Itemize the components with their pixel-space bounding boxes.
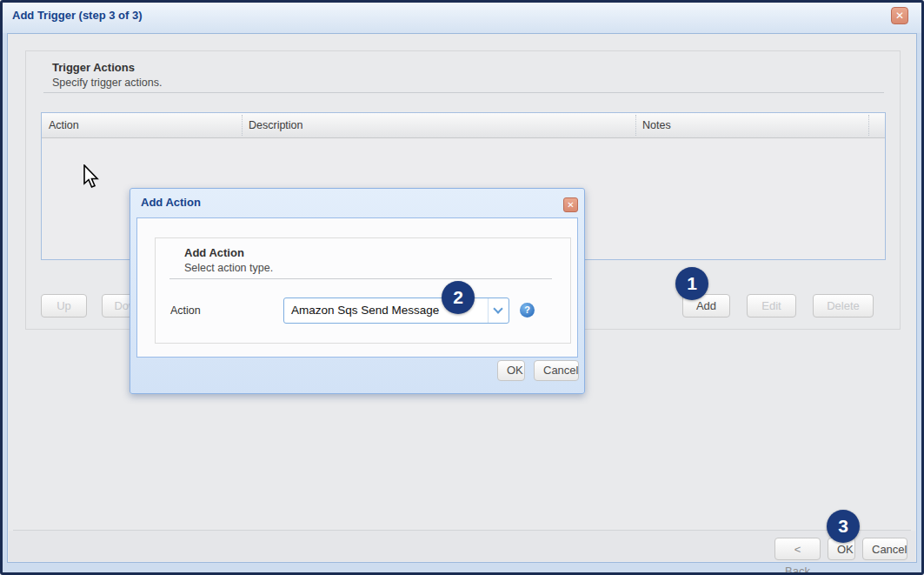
cancel-button[interactable]: Cancel xyxy=(862,538,907,560)
add-action-title: Add Action xyxy=(141,196,201,209)
column-header-action[interactable]: Action xyxy=(42,113,240,137)
actions-table-header: Action Description Notes xyxy=(42,113,885,138)
add-action-cancel-button[interactable]: Cancel xyxy=(534,360,579,381)
column-divider[interactable] xyxy=(868,115,869,136)
trigger-actions-subheading: Specify trigger actions. xyxy=(52,77,162,89)
step-badge-2: 2 xyxy=(442,281,475,314)
action-field-label: Action xyxy=(170,304,201,317)
close-icon[interactable]: ✕ xyxy=(563,197,578,212)
help-icon[interactable]: ? xyxy=(520,303,535,318)
add-trigger-dialog: Add Trigger (step 3 of 3) ✕ Trigger Acti… xyxy=(0,0,924,575)
trigger-actions-heading: Trigger Actions xyxy=(52,61,135,74)
add-action-content: Add Action Select action type. Action Am… xyxy=(136,217,578,358)
action-select-value: Amazon Sqs Send Message xyxy=(291,298,439,323)
divider xyxy=(43,92,884,93)
action-select[interactable]: Amazon Sqs Send Message xyxy=(283,298,509,324)
column-header-notes[interactable]: Notes xyxy=(635,113,866,137)
delete-button[interactable]: Delete xyxy=(813,294,874,318)
step-badge-3: 3 xyxy=(827,510,860,543)
dialog-title: Add Trigger (step 3 of 3) xyxy=(12,9,143,22)
add-action-subheading: Select action type. xyxy=(184,262,273,274)
close-icon[interactable]: ✕ xyxy=(891,7,908,24)
combo-trigger[interactable] xyxy=(488,298,509,323)
step-badge-1: 1 xyxy=(675,267,708,300)
add-action-groupbox: Add Action Select action type. Action Am… xyxy=(155,237,571,344)
back-button[interactable]: < Back xyxy=(774,538,821,560)
add-action-heading: Add Action xyxy=(184,246,244,259)
up-button[interactable]: Up xyxy=(41,294,87,318)
chevron-down-icon xyxy=(493,304,502,313)
edit-button[interactable]: Edit xyxy=(747,294,796,318)
add-action-dialog: Add Action ✕ Add Action Select action ty… xyxy=(130,188,585,394)
mouse-cursor xyxy=(83,164,103,191)
add-action-ok-button[interactable]: OK xyxy=(497,360,525,381)
column-header-description[interactable]: Description xyxy=(242,113,633,137)
divider xyxy=(170,278,552,279)
dialog-titlebar: Add Trigger (step 3 of 3) xyxy=(3,3,921,33)
